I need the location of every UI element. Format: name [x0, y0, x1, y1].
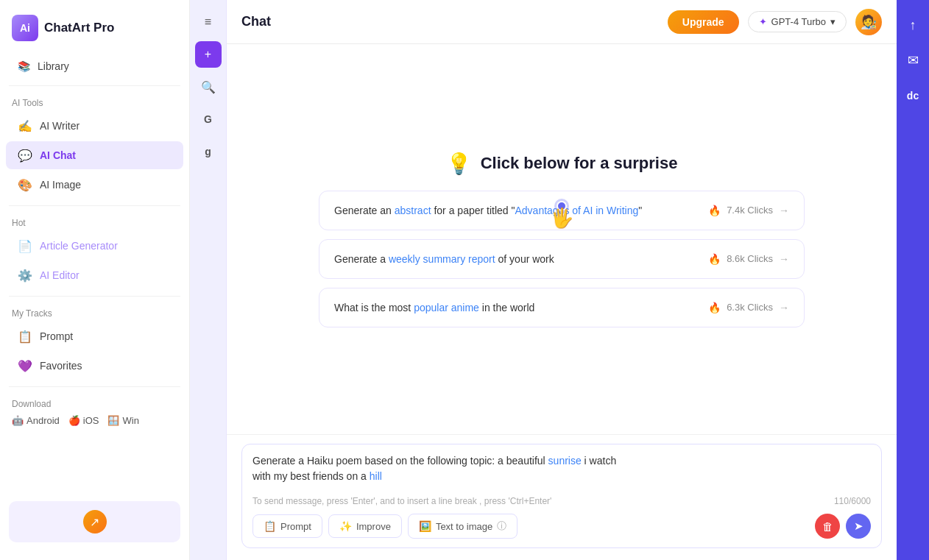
suggestion-meta-1: 🔥 7.4k Clicks →	[708, 205, 789, 216]
suggestion-clicks-2: 8.6k Clicks	[727, 253, 773, 264]
header: Chat Upgrade ✦ GPT-4 Turbo ▾ 🧑‍🎨	[227, 0, 897, 44]
sidebar-upgrade-button[interactable]: ↗	[9, 501, 180, 542]
email-button[interactable]: ✉	[900, 47, 926, 74]
suggestion-clicks-3: 6.3k Clicks	[727, 302, 773, 313]
send-icon: ➤	[854, 520, 863, 533]
arrow-icon-1: →	[779, 205, 789, 216]
g-label-1: G	[204, 113, 212, 125]
add-icon: +	[205, 48, 211, 61]
divider-3	[9, 296, 180, 297]
menu-icon: ≡	[205, 15, 211, 29]
ai-chat-icon: 💬	[18, 148, 32, 163]
library-icon: 📚	[18, 60, 30, 72]
suggestion-cards: Generate an abstract for a paper titled …	[319, 191, 805, 327]
model-selector[interactable]: ✦ GPT-4 Turbo ▾	[748, 11, 847, 32]
input-area: Generate a Haiku poem based on the follo…	[227, 434, 897, 560]
suggestion-text-1: Generate an abstract for a paper titled …	[334, 205, 708, 216]
sidebar: Ai ChatArt Pro 📚 Library AI Tools ✍️ AI …	[0, 0, 190, 560]
divider-4	[9, 386, 180, 387]
lightbulb-icon: 💡	[446, 152, 472, 176]
avatar-emoji: 🧑‍🎨	[861, 14, 877, 30]
hot-section: Hot	[0, 212, 189, 231]
g-button-2[interactable]: g	[195, 138, 222, 165]
header-right: Upgrade ✦ GPT-4 Turbo ▾ 🧑‍🎨	[668, 9, 882, 35]
search-icon: 🔍	[201, 80, 216, 94]
improve-button[interactable]: ✨ Improve	[328, 514, 402, 538]
prompt-button[interactable]: 📋 Prompt	[252, 514, 322, 538]
email-icon: ✉	[908, 52, 919, 68]
ai-image-icon: 🎨	[18, 177, 32, 192]
suggestion-meta-3: 🔥 6.3k Clicks →	[708, 302, 789, 313]
search-button[interactable]: 🔍	[195, 74, 222, 100]
help-icon: ⓘ	[497, 520, 506, 533]
divider-1	[9, 85, 180, 86]
discord-icon: dc	[907, 90, 919, 102]
model-label: GPT-4 Turbo	[771, 16, 826, 27]
chevron-down-icon: ▾	[830, 16, 836, 27]
surprise-header: 💡 Click below for a surprise	[446, 152, 678, 176]
sidebar-item-favorites[interactable]: 💜 Favorites	[6, 352, 183, 380]
fire-icon-1: 🔥	[708, 205, 721, 216]
share-button[interactable]: ↑	[900, 12, 926, 38]
g-button-1[interactable]: G	[195, 106, 222, 132]
upgrade-bottom-icon: ↗	[83, 510, 107, 534]
surprise-section: 💡 Click below for a surprise Generate an…	[227, 44, 897, 434]
suggestion-text-3: What is the most popular anime in the wo…	[334, 302, 708, 313]
new-chat-button[interactable]: +	[195, 41, 222, 68]
arrow-icon-3: →	[779, 302, 789, 313]
send-button[interactable]: ➤	[846, 514, 871, 539]
article-gen-icon: 📄	[18, 238, 32, 253]
sidebar-item-ai-image[interactable]: 🎨 AI Image	[6, 171, 183, 199]
sidebar-item-library[interactable]: 📚 Library	[6, 54, 183, 79]
discord-button[interactable]: dc	[900, 82, 926, 109]
android-download[interactable]: 🤖 Android	[12, 415, 60, 426]
android-icon: 🤖	[12, 415, 24, 426]
sidebar-item-ai-chat[interactable]: 💬 AI Chat	[6, 141, 183, 169]
sidebar-item-ai-editor[interactable]: ⚙️ AI Editor	[6, 261, 183, 289]
win-download[interactable]: 🪟 Win	[107, 415, 138, 426]
input-actions: 📋 Prompt ✨ Improve 🖼️ Text to image ⓘ	[252, 514, 871, 539]
image-icon: 🖼️	[419, 520, 431, 532]
suggestion-card-3[interactable]: What is the most popular anime in the wo…	[319, 288, 805, 327]
app-logo: Ai ChatArt Pro	[0, 9, 189, 53]
prompt-icon: 📋	[18, 329, 32, 344]
char-count: 110/6000	[834, 496, 871, 506]
input-footer: To send message, press 'Enter', and to i…	[252, 496, 871, 506]
prompt-icon: 📋	[264, 520, 276, 532]
improve-icon: ✨	[339, 520, 352, 532]
arrow-icon-2: →	[779, 253, 789, 265]
suggestion-text-2: Generate a weekly summary report of your…	[334, 253, 708, 265]
divider-2	[9, 205, 180, 206]
ai-tools-section: AI Tools	[0, 92, 189, 111]
sidebar-item-ai-writer[interactable]: ✍️ AI Writer	[6, 112, 183, 140]
suggestion-card-1[interactable]: Generate an abstract for a paper titled …	[319, 191, 805, 230]
sidebar-item-prompt[interactable]: 📋 Prompt	[6, 322, 183, 350]
suggestion-card-2[interactable]: Generate a weekly summary report of your…	[319, 239, 805, 279]
input-hint: To send message, press 'Enter', and to i…	[252, 496, 551, 506]
mid-panel: ≡ + 🔍 G g	[190, 0, 227, 560]
logo-icon: Ai	[12, 15, 38, 41]
ios-download[interactable]: 🍎 iOS	[68, 415, 99, 426]
avatar[interactable]: 🧑‍🎨	[855, 9, 882, 35]
spark-icon: ✦	[759, 16, 767, 27]
content-area: 💡 Click below for a surprise Generate an…	[227, 44, 897, 560]
sidebar-bottom: ↗	[0, 492, 189, 551]
text-to-image-button[interactable]: 🖼️ Text to image ⓘ	[408, 514, 518, 539]
input-text[interactable]: Generate a Haiku poem based on the follo…	[252, 453, 871, 490]
main-area: Chat Upgrade ✦ GPT-4 Turbo ▾ 🧑‍🎨 💡 Click…	[227, 0, 897, 560]
fire-icon-2: 🔥	[708, 253, 721, 265]
g-label-2: g	[205, 146, 211, 157]
delete-button[interactable]: 🗑	[815, 514, 840, 539]
menu-toggle-button[interactable]: ≡	[195, 9, 222, 35]
share-icon: ↑	[910, 18, 916, 33]
app-name: ChatArt Pro	[44, 21, 114, 35]
fire-icon-3: 🔥	[708, 302, 721, 313]
upgrade-button[interactable]: Upgrade	[668, 10, 739, 34]
sidebar-item-article-generator[interactable]: 📄 Article Generator	[6, 232, 183, 260]
page-title: Chat	[241, 14, 271, 29]
windows-icon: 🪟	[107, 415, 119, 426]
input-action-right: 🗑 ➤	[815, 514, 871, 539]
right-panel: ↑ ✉ dc	[897, 0, 929, 560]
apple-icon: 🍎	[68, 415, 80, 426]
download-platforms: 🤖 Android 🍎 iOS 🪟 Win	[12, 415, 177, 426]
